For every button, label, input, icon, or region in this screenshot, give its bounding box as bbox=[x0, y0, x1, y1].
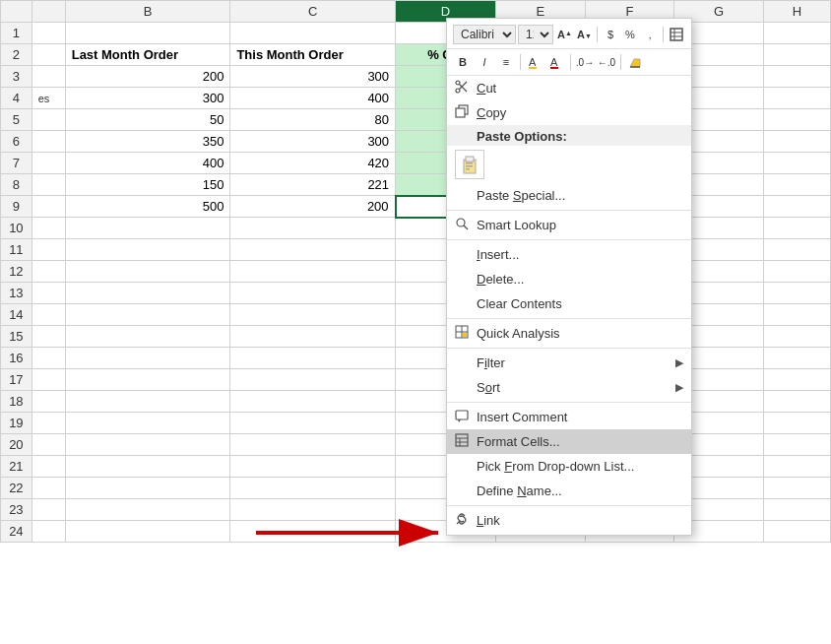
cell-b[interactable]: 400 bbox=[65, 153, 230, 174]
cell-h[interactable] bbox=[763, 304, 830, 326]
table-btn[interactable] bbox=[668, 25, 685, 44]
cell-h[interactable] bbox=[763, 109, 830, 131]
cell-a[interactable] bbox=[32, 153, 65, 174]
cell-a[interactable] bbox=[32, 434, 65, 456]
cell-b[interactable] bbox=[65, 391, 230, 413]
bold-btn[interactable]: B bbox=[453, 52, 473, 72]
cell-c[interactable] bbox=[230, 521, 396, 543]
cell-c[interactable] bbox=[230, 434, 396, 456]
cell-h[interactable] bbox=[763, 153, 830, 174]
cell-c[interactable]: 300 bbox=[230, 66, 396, 88]
cell-h[interactable] bbox=[763, 456, 830, 478]
cell-h[interactable] bbox=[763, 499, 830, 521]
font-family-select[interactable]: Calibri bbox=[453, 25, 516, 44]
cell-c[interactable] bbox=[230, 23, 396, 44]
font-color-btn[interactable]: A bbox=[546, 52, 566, 72]
cell-a[interactable] bbox=[32, 218, 65, 239]
cell-c[interactable]: 300 bbox=[230, 131, 396, 153]
dollar-btn[interactable]: $ bbox=[602, 25, 619, 44]
percent-btn[interactable]: % bbox=[621, 25, 639, 44]
cell-c[interactable] bbox=[230, 456, 396, 478]
cell-a[interactable] bbox=[32, 196, 65, 218]
cell-a[interactable] bbox=[32, 66, 65, 88]
cell-h[interactable] bbox=[763, 348, 830, 369]
cell-b[interactable]: 150 bbox=[65, 174, 230, 196]
menu-item-pick-dropdown[interactable]: Pick From Drop-down List... bbox=[447, 454, 691, 479]
cell-a[interactable] bbox=[32, 44, 65, 66]
cell-c[interactable] bbox=[230, 391, 396, 413]
menu-item-delete[interactable]: Delete... bbox=[447, 267, 691, 291]
cell-b[interactable] bbox=[65, 456, 230, 478]
cell-c[interactable] bbox=[230, 304, 396, 326]
comma-btn[interactable]: , bbox=[641, 25, 659, 44]
cell-c[interactable]: This Month Order bbox=[230, 44, 396, 66]
cell-h[interactable] bbox=[763, 434, 830, 456]
menu-item-format-cells[interactable]: Format Cells... bbox=[447, 429, 691, 454]
increase-decimal-btn[interactable]: .0→ bbox=[575, 52, 595, 72]
cell-a[interactable] bbox=[32, 239, 65, 261]
cell-h[interactable] bbox=[763, 391, 830, 413]
col-header-a[interactable] bbox=[32, 1, 65, 23]
cell-h[interactable] bbox=[763, 174, 830, 196]
font-size-select[interactable]: 11 bbox=[518, 25, 553, 44]
cell-h[interactable] bbox=[763, 23, 830, 44]
cell-a[interactable] bbox=[32, 499, 65, 521]
cell-b[interactable] bbox=[65, 218, 230, 239]
cell-c[interactable] bbox=[230, 218, 396, 239]
cell-c[interactable]: 200 bbox=[230, 196, 396, 218]
cell-b[interactable] bbox=[65, 304, 230, 326]
decrease-decimal-btn[interactable]: ←.0 bbox=[597, 52, 616, 72]
cell-b[interactable] bbox=[65, 326, 230, 348]
paste-btn[interactable] bbox=[455, 150, 484, 179]
menu-item-link[interactable]: Link bbox=[447, 508, 691, 533]
italic-btn[interactable]: I bbox=[475, 52, 494, 72]
cell-c[interactable] bbox=[230, 239, 396, 261]
menu-item-cut[interactable]: Cut bbox=[447, 76, 691, 100]
cell-h[interactable] bbox=[763, 196, 830, 218]
menu-item-filter[interactable]: Filter ▶ bbox=[447, 351, 691, 375]
cell-h[interactable] bbox=[763, 521, 830, 543]
highlight-color-btn[interactable]: A bbox=[525, 52, 544, 72]
cell-c[interactable] bbox=[230, 326, 396, 348]
cell-b[interactable]: 500 bbox=[65, 196, 230, 218]
cell-c[interactable]: 400 bbox=[230, 88, 396, 109]
cell-h[interactable] bbox=[763, 261, 830, 283]
cell-a[interactable] bbox=[32, 348, 65, 369]
cell-c[interactable] bbox=[230, 261, 396, 283]
cell-h[interactable] bbox=[763, 66, 830, 88]
cell-b[interactable]: 50 bbox=[65, 109, 230, 131]
cell-c[interactable] bbox=[230, 478, 396, 499]
cell-b[interactable] bbox=[65, 478, 230, 499]
cell-a[interactable] bbox=[32, 478, 65, 499]
cell-b[interactable]: Last Month Order bbox=[65, 44, 230, 66]
cell-c[interactable] bbox=[230, 348, 396, 369]
col-header-b[interactable]: B bbox=[65, 1, 230, 23]
cell-a[interactable]: es bbox=[32, 88, 65, 109]
cell-h[interactable] bbox=[763, 283, 830, 304]
menu-item-quick-analysis[interactable]: Quick Analysis bbox=[447, 321, 691, 346]
menu-item-clear-contents[interactable]: Clear Contents bbox=[447, 291, 691, 316]
cell-a[interactable] bbox=[32, 413, 65, 434]
cell-b[interactable]: 300 bbox=[65, 88, 230, 109]
cell-b[interactable] bbox=[65, 283, 230, 304]
cell-b[interactable] bbox=[65, 261, 230, 283]
cell-a[interactable] bbox=[32, 23, 65, 44]
cell-b[interactable] bbox=[65, 369, 230, 391]
cell-c[interactable] bbox=[230, 369, 396, 391]
cell-a[interactable] bbox=[32, 456, 65, 478]
cell-c[interactable]: 80 bbox=[230, 109, 396, 131]
cell-a[interactable] bbox=[32, 109, 65, 131]
eraser-btn[interactable] bbox=[625, 52, 645, 72]
cell-c[interactable] bbox=[230, 499, 396, 521]
cell-b[interactable]: 200 bbox=[65, 66, 230, 88]
menu-item-smart-lookup[interactable]: Smart Lookup bbox=[447, 213, 691, 237]
menu-item-sort[interactable]: Sort ▶ bbox=[447, 375, 691, 400]
cell-h[interactable] bbox=[763, 88, 830, 109]
align-btn[interactable]: ≡ bbox=[496, 52, 516, 72]
cell-h[interactable] bbox=[763, 44, 830, 66]
cell-c[interactable]: 420 bbox=[230, 153, 396, 174]
cell-c[interactable]: 221 bbox=[230, 174, 396, 196]
cell-b[interactable] bbox=[65, 434, 230, 456]
cell-c[interactable] bbox=[230, 413, 396, 434]
cell-a[interactable] bbox=[32, 261, 65, 283]
